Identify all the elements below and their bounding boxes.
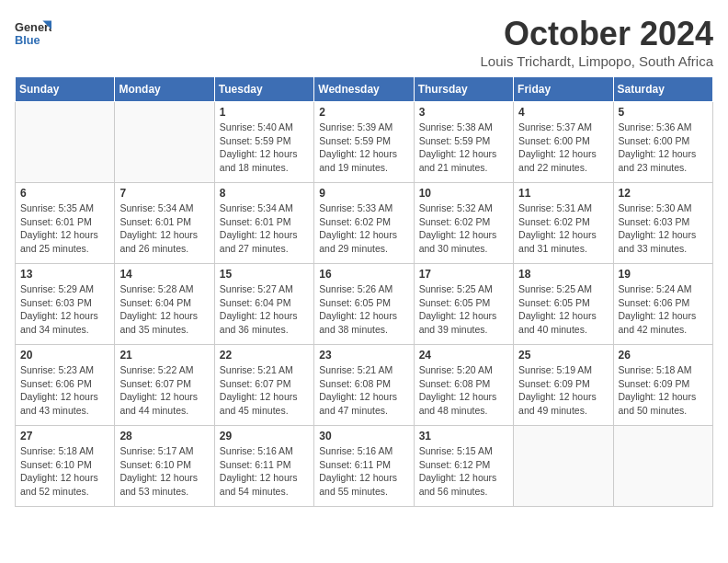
day-number: 24 [419, 349, 508, 362]
calendar-day-cell: 18Sunrise: 5:25 AMSunset: 6:05 PMDayligh… [514, 264, 613, 345]
calendar-day-cell [115, 102, 214, 183]
day-number: 1 [220, 106, 309, 119]
day-number: 19 [619, 268, 708, 281]
day-number: 9 [319, 187, 408, 200]
day-number: 20 [20, 349, 109, 362]
page-header: General Blue October 2024 Louis Trichard… [15, 15, 713, 69]
day-info: Sunrise: 5:35 AMSunset: 6:01 PMDaylight:… [20, 201, 109, 256]
day-number: 28 [119, 430, 209, 442]
title-block: October 2024 Louis Trichardt, Limpopo, S… [481, 15, 713, 69]
calendar-day-cell: 30Sunrise: 5:16 AMSunset: 6:11 PMDayligh… [314, 426, 414, 507]
weekday-header: Monday [115, 77, 214, 102]
day-number: 13 [20, 268, 109, 281]
day-number: 27 [20, 430, 109, 442]
day-info: Sunrise: 5:20 AMSunset: 6:08 PMDaylight:… [419, 363, 508, 418]
day-info: Sunrise: 5:16 AMSunset: 6:11 PMDaylight:… [319, 444, 408, 499]
day-info: Sunrise: 5:36 AMSunset: 6:00 PMDaylight:… [619, 121, 708, 175]
calendar-week-row: 6Sunrise: 5:35 AMSunset: 6:01 PMDaylight… [16, 183, 713, 264]
day-number: 21 [119, 349, 209, 362]
calendar-day-cell: 4Sunrise: 5:37 AMSunset: 6:00 PMDaylight… [514, 102, 613, 183]
day-info: Sunrise: 5:38 AMSunset: 5:59 PMDaylight:… [419, 121, 508, 175]
calendar-week-row: 20Sunrise: 5:23 AMSunset: 6:06 PMDayligh… [16, 345, 713, 426]
calendar-day-cell: 11Sunrise: 5:31 AMSunset: 6:02 PMDayligh… [514, 183, 613, 264]
calendar-day-cell: 6Sunrise: 5:35 AMSunset: 6:01 PMDaylight… [16, 183, 115, 264]
day-info: Sunrise: 5:25 AMSunset: 6:05 PMDaylight:… [419, 282, 508, 337]
calendar-day-cell: 15Sunrise: 5:27 AMSunset: 6:04 PMDayligh… [214, 264, 313, 345]
page-subtitle: Louis Trichardt, Limpopo, South Africa [481, 53, 713, 69]
day-number: 6 [20, 187, 109, 200]
day-number: 4 [518, 106, 608, 119]
calendar-day-cell: 9Sunrise: 5:33 AMSunset: 6:02 PMDaylight… [314, 183, 414, 264]
calendar-day-cell [613, 426, 712, 507]
page-title: October 2024 [481, 15, 713, 53]
calendar-week-row: 1Sunrise: 5:40 AMSunset: 5:59 PMDaylight… [16, 102, 713, 183]
day-info: Sunrise: 5:33 AMSunset: 6:02 PMDaylight:… [319, 201, 408, 256]
day-number: 5 [619, 106, 708, 119]
weekday-header: Sunday [16, 77, 115, 102]
logo: General Blue [15, 15, 53, 52]
day-info: Sunrise: 5:24 AMSunset: 6:06 PMDaylight:… [619, 282, 708, 337]
calendar-day-cell: 21Sunrise: 5:22 AMSunset: 6:07 PMDayligh… [115, 345, 214, 426]
calendar-day-cell: 14Sunrise: 5:28 AMSunset: 6:04 PMDayligh… [115, 264, 214, 345]
day-info: Sunrise: 5:26 AMSunset: 6:05 PMDaylight:… [319, 282, 408, 337]
day-number: 26 [619, 349, 708, 362]
calendar-day-cell: 7Sunrise: 5:34 AMSunset: 6:01 PMDaylight… [115, 183, 214, 264]
calendar-day-cell: 13Sunrise: 5:29 AMSunset: 6:03 PMDayligh… [16, 264, 115, 345]
calendar-day-cell: 5Sunrise: 5:36 AMSunset: 6:00 PMDaylight… [613, 102, 712, 183]
calendar-day-cell: 20Sunrise: 5:23 AMSunset: 6:06 PMDayligh… [16, 345, 115, 426]
day-number: 10 [419, 187, 508, 200]
day-number: 16 [319, 268, 408, 281]
day-info: Sunrise: 5:21 AMSunset: 6:07 PMDaylight:… [220, 363, 309, 418]
day-info: Sunrise: 5:27 AMSunset: 6:04 PMDaylight:… [220, 282, 309, 337]
day-info: Sunrise: 5:17 AMSunset: 6:10 PMDaylight:… [119, 444, 209, 499]
calendar-day-cell: 8Sunrise: 5:34 AMSunset: 6:01 PMDaylight… [214, 183, 313, 264]
day-info: Sunrise: 5:16 AMSunset: 6:11 PMDaylight:… [220, 444, 309, 499]
day-info: Sunrise: 5:39 AMSunset: 5:59 PMDaylight:… [319, 121, 408, 175]
day-info: Sunrise: 5:15 AMSunset: 6:12 PMDaylight:… [419, 444, 508, 499]
weekday-header: Tuesday [214, 77, 313, 102]
calendar-day-cell: 2Sunrise: 5:39 AMSunset: 5:59 PMDaylight… [314, 102, 414, 183]
calendar-day-cell: 26Sunrise: 5:18 AMSunset: 6:09 PMDayligh… [613, 345, 712, 426]
calendar-day-cell [514, 426, 613, 507]
day-number: 17 [419, 268, 508, 281]
day-info: Sunrise: 5:18 AMSunset: 6:09 PMDaylight:… [619, 363, 708, 418]
svg-text:Blue: Blue [15, 33, 40, 47]
calendar-day-cell: 24Sunrise: 5:20 AMSunset: 6:08 PMDayligh… [414, 345, 513, 426]
day-number: 8 [220, 187, 309, 200]
calendar-day-cell: 3Sunrise: 5:38 AMSunset: 5:59 PMDaylight… [414, 102, 513, 183]
calendar-day-cell: 29Sunrise: 5:16 AMSunset: 6:11 PMDayligh… [214, 426, 313, 507]
day-number: 25 [518, 349, 608, 362]
calendar-day-cell: 16Sunrise: 5:26 AMSunset: 6:05 PMDayligh… [314, 264, 414, 345]
calendar-week-row: 13Sunrise: 5:29 AMSunset: 6:03 PMDayligh… [16, 264, 713, 345]
weekday-header: Friday [514, 77, 613, 102]
day-number: 15 [220, 268, 309, 281]
day-number: 29 [220, 430, 309, 442]
day-number: 31 [419, 430, 508, 442]
day-info: Sunrise: 5:21 AMSunset: 6:08 PMDaylight:… [319, 363, 408, 418]
calendar-week-row: 27Sunrise: 5:18 AMSunset: 6:10 PMDayligh… [16, 426, 713, 507]
day-info: Sunrise: 5:30 AMSunset: 6:03 PMDaylight:… [619, 201, 708, 256]
weekday-header: Wednesday [314, 77, 414, 102]
day-info: Sunrise: 5:40 AMSunset: 5:59 PMDaylight:… [220, 121, 309, 175]
logo-icon: General Blue [15, 15, 51, 52]
day-number: 22 [220, 349, 309, 362]
day-info: Sunrise: 5:19 AMSunset: 6:09 PMDaylight:… [518, 363, 608, 418]
day-info: Sunrise: 5:29 AMSunset: 6:03 PMDaylight:… [20, 282, 109, 337]
day-number: 11 [518, 187, 608, 200]
day-number: 18 [518, 268, 608, 281]
calendar-day-cell: 23Sunrise: 5:21 AMSunset: 6:08 PMDayligh… [314, 345, 414, 426]
day-info: Sunrise: 5:28 AMSunset: 6:04 PMDaylight:… [119, 282, 209, 337]
day-number: 12 [619, 187, 708, 200]
calendar-day-cell: 27Sunrise: 5:18 AMSunset: 6:10 PMDayligh… [16, 426, 115, 507]
day-number: 2 [319, 106, 408, 119]
day-info: Sunrise: 5:25 AMSunset: 6:05 PMDaylight:… [518, 282, 608, 337]
calendar-day-cell: 22Sunrise: 5:21 AMSunset: 6:07 PMDayligh… [214, 345, 313, 426]
day-info: Sunrise: 5:31 AMSunset: 6:02 PMDaylight:… [518, 201, 608, 256]
calendar-day-cell: 10Sunrise: 5:32 AMSunset: 6:02 PMDayligh… [414, 183, 513, 264]
calendar-day-cell: 1Sunrise: 5:40 AMSunset: 5:59 PMDaylight… [214, 102, 313, 183]
calendar-header-row: SundayMondayTuesdayWednesdayThursdayFrid… [16, 77, 713, 102]
day-info: Sunrise: 5:23 AMSunset: 6:06 PMDaylight:… [20, 363, 109, 418]
day-info: Sunrise: 5:34 AMSunset: 6:01 PMDaylight:… [220, 201, 309, 256]
day-info: Sunrise: 5:22 AMSunset: 6:07 PMDaylight:… [119, 363, 209, 418]
day-number: 7 [119, 187, 209, 200]
